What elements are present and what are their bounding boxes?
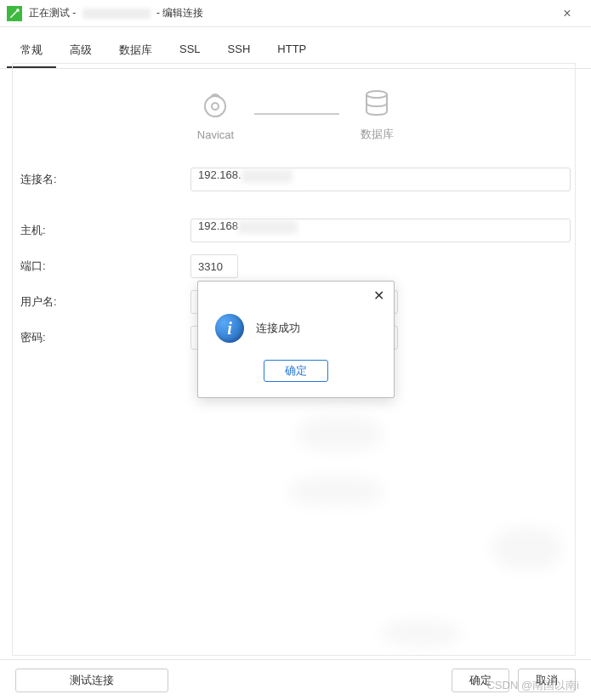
input-host[interactable]: 192.168 <box>190 219 571 242</box>
conn-name-redacted <box>242 169 293 183</box>
database-icon <box>360 86 394 120</box>
diagram-connector-line <box>254 113 339 115</box>
title-prefix: 正在测试 - <box>29 7 79 19</box>
test-connection-button[interactable]: 测试连接 <box>15 669 168 692</box>
row-port: 端口: <box>20 254 571 278</box>
success-dialog: ✕ i 连接成功 确定 <box>197 281 395 398</box>
row-connection-name: 连接名: 192.168. <box>20 168 571 191</box>
dialog-message: 连接成功 <box>256 321 300 336</box>
host-redacted <box>238 220 298 234</box>
smudge-artifact <box>289 476 383 506</box>
titlebar: 正在测试 - - 编辑连接 × <box>0 0 591 27</box>
diagram-database-label: 数据库 <box>361 127 394 142</box>
svg-point-2 <box>367 91 387 98</box>
diagram-navicat: Navicat <box>197 88 234 141</box>
input-connection-name[interactable]: 192.168. <box>190 168 571 191</box>
label-host: 主机: <box>20 223 190 238</box>
row-host: 主机: 192.168 <box>20 219 571 242</box>
tab-ssl[interactable]: SSL <box>166 34 214 68</box>
label-username: 用户名: <box>20 294 190 310</box>
dialog-ok-button[interactable]: 确定 <box>264 360 328 382</box>
label-password: 密码: <box>20 330 190 345</box>
tab-http[interactable]: HTTP <box>264 34 320 68</box>
smudge-artifact <box>298 417 383 451</box>
watermark-text: CSDN @南国以南i <box>486 678 579 693</box>
input-port[interactable] <box>190 254 238 278</box>
tab-general[interactable]: 常规 <box>7 34 56 68</box>
smudge-artifact <box>383 621 459 646</box>
window-close-button[interactable]: × <box>550 0 584 27</box>
label-connection-name: 连接名: <box>20 172 190 187</box>
svg-point-1 <box>212 103 219 110</box>
connection-diagram: Navicat 数据库 <box>0 69 591 151</box>
title-suffix: - 编辑连接 <box>154 7 204 19</box>
dialog-close-button[interactable]: ✕ <box>370 287 387 304</box>
app-icon <box>7 6 22 21</box>
smudge-artifact <box>493 527 561 570</box>
label-port: 端口: <box>20 259 190 274</box>
tab-bar: 常规 高级 数据库 SSL SSH HTTP <box>0 34 591 69</box>
tab-advanced[interactable]: 高级 <box>56 34 105 68</box>
info-icon: i <box>215 314 244 343</box>
tab-ssh[interactable]: SSH <box>214 34 264 68</box>
title-redacted <box>82 9 151 19</box>
window-title: 正在测试 - - 编辑连接 <box>29 6 550 20</box>
diagram-navicat-label: Navicat <box>197 128 234 141</box>
svg-point-0 <box>205 96 225 117</box>
diagram-database: 数据库 <box>360 86 394 142</box>
navicat-icon <box>198 88 232 122</box>
tab-database[interactable]: 数据库 <box>105 34 166 68</box>
